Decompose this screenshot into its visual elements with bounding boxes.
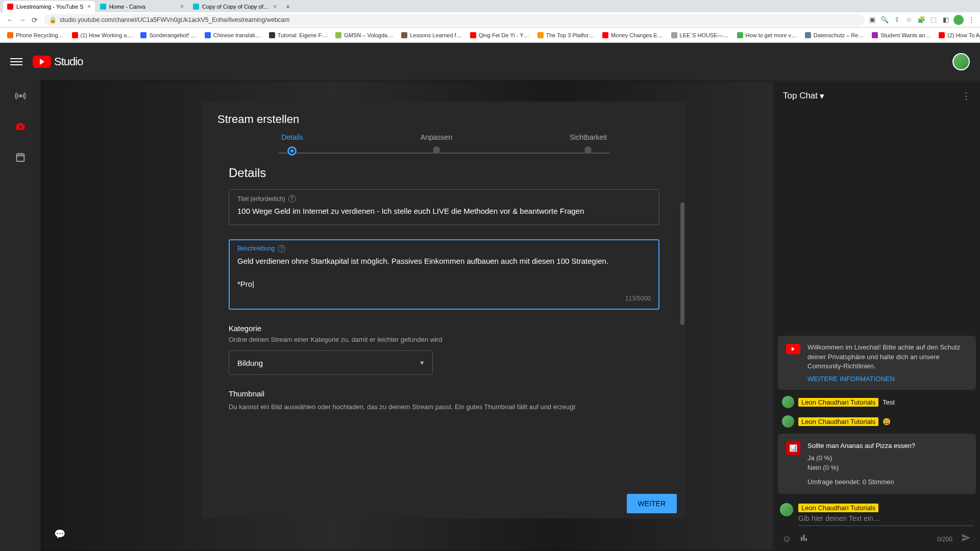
thumbnail-hint: Du kannst ein Bild auswählen oder hochla… [229,402,659,412]
step-customize[interactable]: Anpassen [421,133,452,156]
tab-canva[interactable]: Home - Canva × [96,1,188,12]
avatar [780,503,793,516]
studio-header: Studio [0,43,980,81]
bookmark-item[interactable]: Student Wants an… [869,31,934,39]
bookmark-item[interactable]: Lessons Learned f… [398,31,465,39]
send-button[interactable] [961,532,972,546]
char-counter: 113/5000 [237,295,651,302]
favicon-icon [193,4,199,10]
studio-sidebar [0,81,41,551]
back-button[interactable]: ← [4,14,16,26]
step-label: Anpassen [421,133,452,141]
chat-author-badge[interactable]: Leon Chaudhari Tutorials [798,417,878,426]
extension-icon[interactable]: ⬚ [929,15,938,24]
step-dot-icon [287,146,297,156]
avatar [782,415,794,428]
poll-icon: 📊 [786,441,800,455]
bookmark-item[interactable]: The Top 3 Platfor… [534,31,598,39]
menu-button[interactable] [10,56,22,68]
bookmark-item[interactable]: (2) How To Add A… [936,31,980,39]
more-info-link[interactable]: WEITERE INFORMATIONEN [807,375,968,383]
scrollbar[interactable] [680,203,684,345]
address-input[interactable]: 🔒 studio.youtube.com/channel/UC1a5FWVn0g… [44,14,865,26]
svg-rect-7 [805,538,807,541]
new-tab-button[interactable]: + [282,1,294,12]
sidebar-item-manage[interactable] [11,148,30,166]
scrollbar-thumb[interactable] [680,203,684,325]
zoom-icon[interactable]: 🔍 [880,15,889,24]
star-icon[interactable]: ☆ [904,15,914,24]
close-icon[interactable]: × [87,3,91,10]
favicon-icon [7,4,13,10]
studio-logo[interactable]: Studio [33,55,83,68]
chat-messages[interactable]: Willkommen im Livechat! Bitte achte auf … [774,111,980,499]
account-avatar[interactable] [952,53,970,70]
profile-avatar[interactable] [953,15,964,25]
sidebar-item-webcam[interactable] [11,117,30,136]
extension-icon[interactable]: 🧩 [917,15,926,24]
favicon-icon [100,4,106,10]
category-hint: Ordne deinen Stream einer Kategorie zu, … [229,336,659,343]
bookmark-item[interactable]: Datenschutz – Re… [802,31,867,39]
live-chat-panel: Top Chat ▾ ⋮ Willkommen im Livechat! Bit… [774,81,980,551]
bookmark-item[interactable]: Sonderangebot! … [137,31,199,39]
bookmark-item[interactable]: Qing Fei De Yi - Y… [467,31,532,39]
youtube-icon [786,344,800,354]
field-label: Titel (erforderlich) ? [237,195,651,203]
category-label: Kategorie [229,324,659,333]
studio-main: Stream erstellen Details Anpassen Sichtb… [41,81,774,551]
url-text: studio.youtube.com/channel/UC1a5FWVn0gUk… [60,16,289,23]
chat-menu-button[interactable]: ⋮ [962,90,971,102]
close-icon[interactable]: × [180,3,184,10]
tab-youtube[interactable]: Livestreaming - YouTube S × [3,1,95,12]
poll-option: Ja (0 %) [807,453,968,463]
chat-mode-selector[interactable]: Top Chat ▾ [783,91,824,102]
poll-button[interactable] [799,533,808,545]
toolbar-right: ▣ 🔍 ⇧ ☆ 🧩 ⬚ ◧ ⋮ [868,15,976,25]
close-icon[interactable]: × [273,3,277,10]
tab-title: Livestreaming - YouTube S [16,4,84,10]
browser-chrome: Livestreaming - YouTube S × Home - Canva… [0,0,980,43]
chat-input[interactable]: Gib hier deinen Text ein… [798,514,974,526]
youtube-studio-app: Studio Stream erstellen Details [0,43,980,551]
calendar-icon [15,152,26,163]
camera-icon[interactable]: ▣ [868,15,877,24]
step-visibility[interactable]: Sichtbarkeit [570,133,607,156]
category-select[interactable]: Bildung ▾ [229,350,433,375]
chat-author-badge: Leon Chaudhari Tutorials [798,504,878,512]
reload-button[interactable]: ⟳ [29,14,41,26]
chat-header: Top Chat ▾ ⋮ [774,81,980,111]
step-details[interactable]: Details [281,133,303,156]
poll-question: Sollte man Ananas auf Pizza essen? [807,441,968,451]
tab-canva-copy[interactable]: Copy of Copy of Copy of Copy × [189,1,281,12]
next-button[interactable]: WEITER [627,494,677,513]
bookmark-item[interactable]: Money Changes E… [599,31,666,39]
title-field[interactable]: Titel (erforderlich) ? 100 Wege Geld im … [229,189,659,225]
help-icon[interactable]: ? [288,195,296,203]
bookmark-item[interactable]: LEE´S HOUSE—… [668,31,732,39]
poll-status: Umfrage beendet: 0 Stimmen [807,477,968,487]
bookmark-item[interactable]: How to get more v… [734,31,800,39]
modal-content[interactable]: Details Titel (erforderlich) ? 100 Wege … [202,162,686,489]
chevron-down-icon: ▾ [420,358,424,367]
feedback-button[interactable]: 💬 [54,529,65,540]
help-icon[interactable]: ? [278,245,285,253]
chat-author-badge[interactable]: Leon Chaudhari Tutorials [798,398,878,407]
sidebar-item-stream[interactable] [11,87,30,105]
modal-title: Stream erstellen [202,102,686,133]
youtube-icon [33,56,51,68]
emoji-button[interactable]: ☺ [782,534,791,544]
chat-input-area: Leon Chaudhari Tutorials Gib hier deinen… [774,499,980,551]
bookmark-item[interactable]: Phone Recycling… [4,31,67,39]
description-field[interactable]: Beschreibung ? Geld verdienen ohne Start… [229,239,659,310]
bookmark-item[interactable]: Tutorial: Eigene F… [266,31,330,39]
bookmark-item[interactable]: (1) How Working a… [69,31,136,39]
address-bar-row: ← → ⟳ 🔒 studio.youtube.com/channel/UC1a5… [0,12,980,28]
bookmark-item[interactable]: Chinese translati… [202,31,264,39]
field-label: Beschreibung ? [237,245,651,253]
extension-icon[interactable]: ◧ [941,15,950,24]
share-icon[interactable]: ⇧ [892,15,901,24]
bookmark-item[interactable]: GMSN – Vologda… [332,31,396,39]
forward-button[interactable]: → [16,14,29,26]
menu-icon[interactable]: ⋮ [967,15,976,24]
